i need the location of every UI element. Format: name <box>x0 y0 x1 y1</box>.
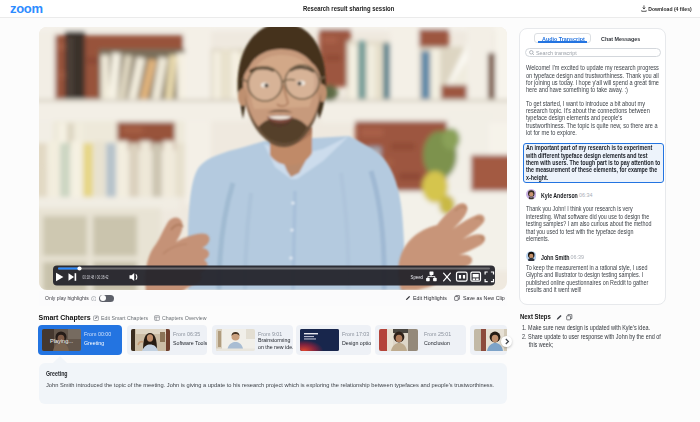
svg-text:Playing...: Playing... <box>50 338 73 344</box>
svg-text:00:18:48 / 00:38:42: 00:18:48 / 00:38:42 <box>83 274 109 280</box>
svg-text:Speed: Speed <box>411 274 424 280</box>
svg-text:i: i <box>93 297 94 301</box>
